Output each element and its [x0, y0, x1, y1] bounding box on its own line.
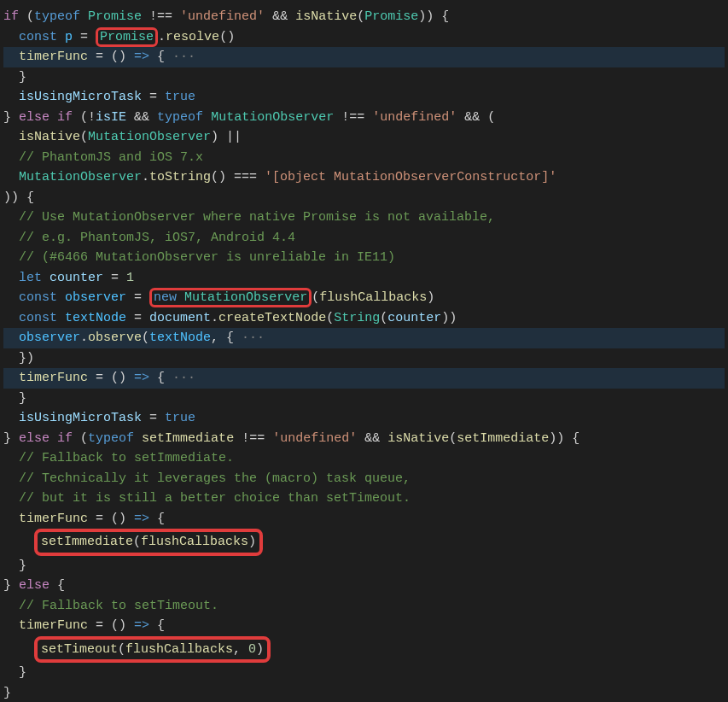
code-line: } — [3, 683, 725, 703]
code-line: } — [3, 67, 725, 88]
code-line: isUsingMicroTask = true — [3, 408, 725, 429]
code-line: timerFunc = () => { — [3, 509, 725, 529]
highlight-box-promise: Promise — [96, 27, 158, 47]
fold-ellipsis-icon[interactable]: ··· — [234, 331, 265, 345]
code-line: } else { — [3, 576, 725, 596]
code-line: const textNode = document.createTextNode… — [3, 308, 725, 329]
code-editor[interactable]: if (typeof Promise !== 'undefined' && is… — [3, 7, 725, 702]
code-line: // e.g. PhantomJS, iOS7, Android 4.4 — [3, 228, 725, 249]
fold-ellipsis-icon[interactable]: ··· — [165, 50, 195, 64]
code-line: } — [3, 663, 725, 683]
code-line: setTimeout(flushCallbacks, 0) — [3, 636, 725, 664]
code-line: // (#6466 MutationObserver is unreliable… — [3, 248, 725, 268]
code-line: )) { — [3, 188, 725, 208]
code-line: isNative(MutationObserver) || — [3, 127, 725, 148]
code-line: } — [3, 389, 725, 409]
code-line: let counter = 1 — [3, 268, 725, 289]
code-line: // Use MutationObserver where native Pro… — [3, 208, 725, 228]
code-line: const p = Promise.resolve() — [3, 27, 725, 48]
code-line-folded[interactable]: timerFunc = () => { ··· — [3, 368, 725, 389]
code-line: const observer = new MutationObserver(fl… — [3, 288, 725, 308]
code-line: // PhantomJS and iOS 7.x — [3, 148, 725, 168]
code-line: // Technically it leverages the (macro) … — [3, 469, 725, 489]
highlight-box-setimmediate: setImmediate(flushCallbacks) — [34, 529, 263, 556]
code-line: // but it is still a better choice than … — [3, 488, 725, 509]
code-line: setImmediate(flushCallbacks) — [3, 529, 725, 556]
code-line: } — [3, 556, 725, 576]
code-line: // Fallback to setTimeout. — [3, 596, 725, 617]
highlight-box-mutationobserver: new MutationObserver — [149, 288, 312, 307]
code-line: isUsingMicroTask = true — [3, 87, 725, 108]
code-line: MutationObserver.toString() === '[object… — [3, 167, 725, 188]
fold-ellipsis-icon[interactable]: ··· — [165, 371, 195, 385]
code-line: }) — [3, 348, 725, 369]
code-line: timerFunc = () => { — [3, 616, 725, 636]
code-line: if (typeof Promise !== 'undefined' && is… — [3, 7, 725, 27]
code-line: } else if (!isIE && typeof MutationObser… — [3, 108, 725, 128]
code-line: } else if (typeof setImmediate !== 'unde… — [3, 429, 725, 449]
code-line-folded[interactable]: observer.observe(textNode, { ··· — [3, 328, 725, 348]
code-line-folded[interactable]: timerFunc = () => { ··· — [3, 47, 725, 67]
code-line: // Fallback to setImmediate. — [3, 448, 725, 469]
highlight-box-settimeout: setTimeout(flushCallbacks, 0) — [34, 636, 271, 664]
